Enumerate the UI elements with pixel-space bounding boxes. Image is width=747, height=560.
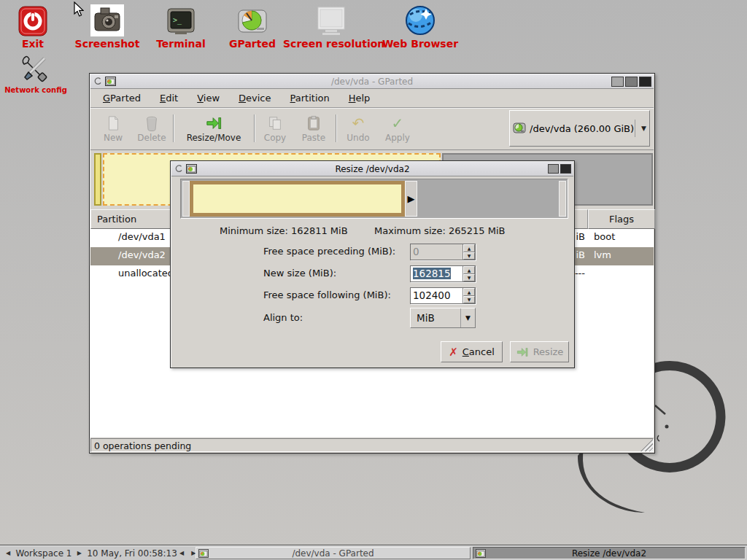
resize-icon bbox=[516, 346, 529, 358]
workspace-prev-icon[interactable]: ◀ bbox=[6, 550, 10, 556]
trash-icon bbox=[144, 115, 160, 131]
power-icon bbox=[18, 6, 47, 36]
menubar: GParted Edit View Device Partition Help bbox=[90, 89, 654, 108]
menu-partition[interactable]: Partition bbox=[281, 90, 339, 106]
shortcut-label: Screenshot bbox=[70, 38, 144, 50]
spin-down-icon[interactable]: ▼ bbox=[463, 274, 475, 282]
terminal-icon: >_ bbox=[166, 7, 196, 36]
copy-button[interactable]: Copy bbox=[258, 111, 293, 147]
field-new-size: New size (MiB): 162815 ▲ ▼ bbox=[171, 265, 574, 282]
free-space-following-spinbox[interactable]: 102400 ▲ ▼ bbox=[410, 287, 476, 304]
task-scroll: ◀ ▶ bbox=[179, 547, 196, 559]
shortcut-label: Terminal bbox=[149, 38, 213, 50]
task-scroll-left-icon[interactable]: ◀ bbox=[179, 550, 184, 556]
maximum-size-label: Maximum size: 265215 MiB bbox=[374, 225, 505, 236]
paste-button[interactable]: Paste bbox=[295, 111, 333, 147]
undo-button[interactable]: ↶ Undo bbox=[340, 111, 376, 147]
shortcut-gparted[interactable]: GParted bbox=[219, 3, 286, 50]
spin-up-icon[interactable]: ▲ bbox=[463, 266, 475, 274]
chevron-down-icon: ▼ bbox=[460, 308, 475, 327]
workspace-switcher[interactable]: ◀ Workspace 1 ▶ bbox=[4, 547, 83, 559]
monitor-icon bbox=[315, 6, 347, 36]
new-icon bbox=[105, 115, 121, 131]
far-right-handle[interactable] bbox=[559, 181, 566, 217]
taskbar-task-resize-dialog[interactable]: Resize /dev/vda2 bbox=[473, 547, 746, 559]
chevron-down-icon: ▼ bbox=[635, 120, 646, 137]
taskbar-task-gparted[interactable]: /dev/vda - GParted bbox=[196, 547, 471, 559]
toolbar-separator bbox=[336, 114, 337, 142]
camera-icon bbox=[90, 4, 124, 36]
spin-down-icon[interactable]: ▼ bbox=[463, 296, 475, 304]
column-flags[interactable]: Flags bbox=[588, 209, 655, 229]
menu-help[interactable]: Help bbox=[339, 90, 380, 106]
cancel-button[interactable]: ✗ Cancel bbox=[441, 341, 503, 362]
spin-up-icon[interactable]: ▲ bbox=[463, 288, 475, 296]
resize-move-icon bbox=[205, 115, 222, 131]
shortcut-label: Network config bbox=[4, 86, 67, 94]
apply-button[interactable]: ✓ Apply bbox=[379, 111, 417, 147]
workspace-next-icon[interactable]: ▶ bbox=[77, 550, 82, 556]
partition-area[interactable] bbox=[190, 181, 405, 217]
disk-icon bbox=[513, 122, 526, 135]
globe-icon bbox=[404, 4, 436, 36]
field-align-to: Align to: MiB ▼ bbox=[171, 308, 574, 328]
visual-partition-vda1[interactable] bbox=[94, 153, 101, 206]
align-to-value: MiB bbox=[411, 312, 460, 324]
apply-icon: ✓ bbox=[392, 115, 404, 131]
toolbar: New Delete Resize/Move Copy Paste bbox=[90, 108, 654, 150]
resize-slider: ▶ bbox=[180, 179, 568, 219]
window-titlebar[interactable]: /dev/vda - GParted bbox=[90, 74, 654, 89]
cancel-icon: ✗ bbox=[449, 346, 458, 359]
status-text: 0 operations pending bbox=[90, 438, 654, 452]
shortcut-label: Web Browser bbox=[379, 38, 461, 50]
new-button[interactable]: New bbox=[96, 111, 130, 147]
dialog-titlebar[interactable]: Resize /dev/vda2 bbox=[171, 162, 573, 176]
workspace-label: Workspace 1 bbox=[15, 548, 71, 559]
menu-edit[interactable]: Edit bbox=[150, 90, 187, 106]
right-resize-handle[interactable]: ▶ bbox=[405, 181, 417, 217]
field-free-space-following: Free space following (MiB): 102400 ▲ ▼ bbox=[171, 287, 574, 304]
shortcut-label: GParted bbox=[219, 38, 286, 50]
shortcut-web-browser[interactable]: Web Browser bbox=[379, 3, 461, 50]
taskbar: ◀ Workspace 1 ▶ 10 May, Fri 00:58:13 ◀ ▶… bbox=[0, 545, 747, 560]
resize-dialog: Resize /dev/vda2 ▶ Minimum size: 162811 … bbox=[170, 160, 575, 368]
new-size-spinbox[interactable]: 162815 ▲ ▼ bbox=[410, 265, 476, 282]
statusbar: 0 operations pending bbox=[90, 437, 654, 452]
shortcut-exit[interactable]: Exit bbox=[6, 3, 60, 50]
svg-text:>_: >_ bbox=[173, 16, 182, 25]
delete-button[interactable]: Delete bbox=[133, 111, 171, 147]
field-free-space-preceding: Free space preceding (MiB): 0 ▲ ▼ bbox=[171, 244, 574, 260]
shortcut-screen-resolution[interactable]: Screen resolution bbox=[283, 3, 379, 50]
device-combo-value: /dev/vda (260.00 GiB) bbox=[530, 123, 634, 134]
toolbar-separator bbox=[254, 114, 255, 142]
clock: 10 May, Fri 00:58:13 bbox=[89, 547, 175, 559]
arrow-right-icon: ▶ bbox=[408, 193, 415, 204]
resize-button[interactable]: Resize bbox=[510, 341, 569, 362]
copy-icon bbox=[267, 115, 283, 131]
mouse-cursor bbox=[74, 1, 84, 17]
toolbar-separator bbox=[173, 114, 174, 142]
window-title: /dev/vda - GParted bbox=[90, 77, 654, 87]
device-combo[interactable]: /dev/vda (260.00 GiB) ▼ bbox=[509, 110, 650, 147]
minimum-size-label: Minimum size: 162811 MiB bbox=[220, 225, 348, 236]
menu-gparted[interactable]: GParted bbox=[93, 90, 150, 106]
align-to-combo[interactable]: MiB ▼ bbox=[410, 308, 476, 328]
menu-view[interactable]: View bbox=[187, 90, 229, 106]
dialog-title: Resize /dev/vda2 bbox=[171, 164, 573, 174]
paste-icon bbox=[306, 115, 322, 131]
shortcut-label: Exit bbox=[6, 38, 60, 50]
undo-icon: ↶ bbox=[352, 115, 365, 131]
resize-move-button[interactable]: Resize/Move bbox=[177, 111, 251, 147]
shortcut-label: Screen resolution bbox=[283, 38, 379, 50]
desktop: Exit Screenshot >_ Terminal bbox=[0, 0, 747, 560]
shortcut-network-config[interactable]: Network config bbox=[4, 51, 67, 94]
shortcut-terminal[interactable]: >_ Terminal bbox=[149, 3, 213, 50]
free-space-preceding-spinbox[interactable]: 0 ▲ ▼ bbox=[410, 244, 476, 260]
gparted-icon bbox=[236, 6, 268, 36]
tools-icon bbox=[20, 52, 52, 85]
left-resize-handle[interactable] bbox=[182, 181, 190, 217]
spin-down-icon[interactable]: ▼ bbox=[463, 252, 475, 260]
menu-device[interactable]: Device bbox=[229, 90, 280, 106]
spin-up-icon[interactable]: ▲ bbox=[463, 244, 475, 252]
